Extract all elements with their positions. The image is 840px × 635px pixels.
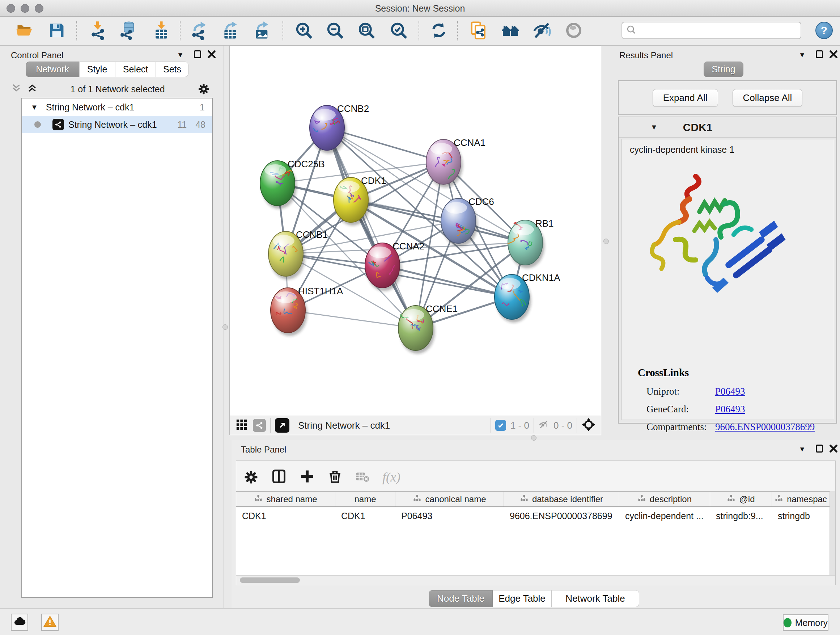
move-crosshair-icon[interactable]	[581, 417, 596, 433]
open-external-icon[interactable]	[275, 418, 289, 432]
show-columns-icon[interactable]	[271, 469, 287, 486]
delete-table-icon[interactable]	[355, 469, 370, 486]
collapse-all-networks-icon[interactable]	[11, 82, 22, 96]
import-table-button[interactable]	[150, 20, 172, 42]
column-header[interactable]: database identifier	[504, 492, 619, 507]
search-box[interactable]	[622, 22, 801, 39]
table-panel-float-icon[interactable]	[816, 445, 823, 453]
tree-expander-icon[interactable]: ▼	[31, 103, 38, 111]
network-node[interactable]: CCNB1	[268, 229, 328, 279]
network-node[interactable]: CDC6	[441, 196, 494, 247]
help-button[interactable]: ?	[815, 22, 833, 39]
birdseye-grid-icon[interactable]	[235, 418, 248, 432]
import-table-icon	[152, 21, 171, 42]
table-settings-gear-icon[interactable]	[243, 470, 259, 485]
tab-string[interactable]: String	[704, 62, 744, 77]
column-header[interactable]: namespac	[772, 492, 829, 507]
refresh-button[interactable]	[428, 20, 450, 42]
network-graph[interactable]: CCNB2CCNA1CDC25BCDK1CDC6RB1CCNB1CCNA2CDK…	[230, 46, 601, 416]
table-cell: stringdb	[772, 511, 829, 521]
network-node[interactable]: CCNE1	[398, 303, 458, 354]
expand-all-button[interactable]: Expand All	[653, 89, 718, 107]
network-collection-row[interactable]: ▼ String Network – cdk1 1	[22, 98, 212, 116]
network-node[interactable]: CCNA2	[365, 241, 424, 291]
crosslink-value-link[interactable]: P06493	[715, 404, 745, 415]
add-column-icon[interactable]	[299, 469, 315, 486]
control-panel-close-icon[interactable]	[207, 50, 216, 60]
table-panel-close-icon[interactable]	[829, 444, 838, 455]
export-network-button[interactable]	[188, 20, 210, 42]
zoom-in-button[interactable]	[293, 20, 315, 42]
network-node[interactable]: CDKN1A	[494, 272, 561, 323]
splitter-handle[interactable]	[223, 325, 228, 330]
table-row[interactable]: CDK1 CDK1 P06493 9606.ENSP00000378699 cy…	[236, 508, 829, 524]
memory-button[interactable]: Memory	[783, 614, 829, 631]
delete-column-trash-icon[interactable]	[327, 469, 343, 486]
save-floppy-icon	[47, 21, 66, 41]
hidden-count: 0 - 0	[554, 420, 572, 431]
entry-body: cyclin-dependent kinase 1	[622, 139, 834, 420]
tab-node-table[interactable]: Node Table	[429, 590, 493, 607]
tab-network[interactable]: Network	[26, 62, 79, 77]
network-node[interactable]: CDC25B	[260, 158, 325, 209]
collapse-all-button[interactable]: Collapse All	[733, 89, 803, 107]
entry-expander-icon[interactable]: ▼	[651, 123, 658, 131]
zoom-out-button[interactable]	[324, 20, 346, 42]
hide-glasses-button[interactable]	[531, 20, 553, 42]
control-panel-float-icon[interactable]	[194, 50, 201, 58]
clone-network-button[interactable]	[468, 20, 489, 42]
column-header[interactable]: name	[335, 492, 395, 507]
function-builder-icon[interactable]: f(x)	[382, 470, 401, 485]
results-panel-menu-icon[interactable]: ▼	[799, 51, 806, 59]
control-panel-menu-icon[interactable]: ▼	[177, 51, 184, 59]
crosslink-value-link[interactable]: P06493	[715, 386, 745, 397]
table-horizontal-scrollbar[interactable]	[236, 575, 835, 585]
scrollbar-thumb[interactable]	[240, 578, 300, 583]
import-network-file-button[interactable]	[87, 20, 109, 42]
export-table-button[interactable]	[219, 20, 241, 42]
entry-header[interactable]: ▼ CDK1	[619, 117, 836, 138]
network-row[interactable]: String Network – cdk1 11 48	[22, 116, 212, 133]
table-panel-menu-icon[interactable]: ▼	[799, 445, 806, 453]
string-home-button[interactable]	[500, 20, 521, 42]
network-view-title: String Network – cdk1	[298, 420, 390, 431]
export-image-button[interactable]	[251, 20, 273, 42]
column-header[interactable]: shared name	[236, 492, 335, 507]
results-panel-close-icon[interactable]	[829, 50, 838, 60]
results-panel-float-icon[interactable]	[816, 50, 823, 58]
tab-select[interactable]: Select	[115, 62, 156, 77]
expand-all-networks-icon[interactable]	[27, 82, 38, 96]
share-view-icon[interactable]	[253, 419, 266, 432]
tab-style[interactable]: Style	[79, 62, 115, 77]
open-session-button[interactable]	[14, 20, 35, 42]
cloud-button[interactable]	[11, 614, 28, 631]
network-node[interactable]: CCNA1	[426, 137, 485, 187]
zoom-fit-button[interactable]	[355, 20, 377, 42]
crosslink-value-link[interactable]: 9606.ENSP00000378699	[715, 421, 815, 432]
network-canvas[interactable]: CCNB2CCNA1CDC25BCDK1CDC6RB1CCNB1CCNA2CDK…	[229, 46, 601, 435]
network-node[interactable]: CCNB2	[309, 103, 369, 154]
tab-network-table[interactable]: Network Table	[551, 590, 639, 607]
save-session-button[interactable]	[46, 20, 68, 42]
table-vertical-scrollbar[interactable]	[829, 491, 835, 575]
network-node[interactable]: HIST1H1A	[271, 286, 343, 336]
zoom-selected-button[interactable]	[388, 20, 409, 42]
warning-button[interactable]	[41, 614, 58, 631]
tab-sets[interactable]: Sets	[156, 62, 188, 77]
splitter-handle[interactable]	[531, 435, 537, 440]
node-label: CDC6	[469, 196, 494, 207]
network-options-gear-icon[interactable]	[197, 83, 210, 95]
column-header[interactable]: description	[619, 492, 710, 507]
import-network-database-button[interactable]	[117, 20, 139, 42]
search-input[interactable]	[637, 25, 792, 35]
crosslink-label: Uniprot:	[646, 386, 715, 397]
network-edge[interactable]	[327, 128, 416, 328]
tab-edge-table[interactable]: Edge Table	[493, 590, 551, 607]
network-node[interactable]: RB1	[508, 218, 554, 268]
splitter-handle[interactable]	[603, 239, 609, 244]
column-header[interactable]: canonical name	[395, 492, 504, 507]
column-header[interactable]: @id	[710, 492, 772, 507]
selected-checkbox-icon[interactable]	[495, 420, 506, 431]
show-eye-button[interactable]	[563, 20, 584, 42]
hidden-eye-icon[interactable]	[538, 419, 550, 432]
